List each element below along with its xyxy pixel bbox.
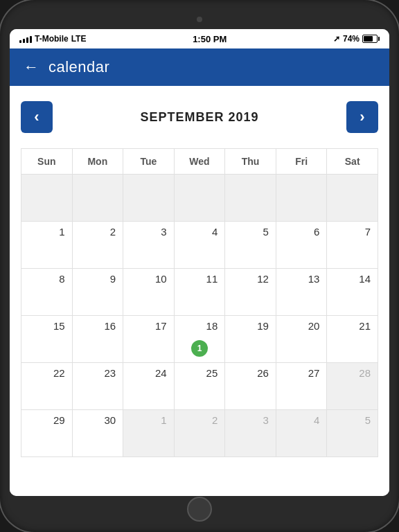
calendar-day-cell[interactable]: 23 [72, 363, 123, 410]
calendar-day-cell[interactable]: 4 [276, 410, 327, 457]
calendar-day-cell[interactable]: 29 [21, 410, 73, 457]
event-badge: 1 [191, 340, 208, 357]
calendar-day-cell[interactable] [276, 175, 327, 222]
calendar-day-cell[interactable]: 13 [276, 269, 327, 316]
day-number: 2 [212, 414, 218, 426]
day-number: 3 [263, 414, 268, 426]
home-button[interactable] [187, 497, 212, 522]
calendar-day-cell[interactable]: 20 [276, 316, 327, 363]
device-top [10, 12, 389, 26]
calendar-day-cell[interactable]: 1 [123, 410, 175, 457]
calendar-day-cell[interactable]: 25 [174, 363, 225, 410]
prev-month-button[interactable]: ‹ [21, 101, 53, 133]
day-number: 15 [53, 320, 65, 332]
day-number: 14 [359, 273, 371, 285]
nav-bar: ← calendar [10, 48, 389, 86]
calendar-day-cell[interactable]: 30 [72, 410, 123, 457]
calendar-day-cell[interactable]: 14 [327, 269, 378, 316]
calendar-week-row [21, 175, 378, 222]
battery-icon [362, 35, 380, 43]
screen: T-Mobile LTE 1:50 PM ➚ 74% ← calendar [10, 29, 389, 496]
day-number: 26 [257, 367, 269, 379]
carrier-label: T-Mobile [35, 34, 69, 44]
calendar-day-cell[interactable]: 12 [225, 269, 276, 316]
calendar-day-cell[interactable]: 2 [174, 410, 225, 457]
day-number: 1 [59, 226, 64, 238]
calendar-day-cell[interactable] [225, 175, 276, 222]
day-number: 30 [104, 414, 116, 426]
calendar-day-cell[interactable] [21, 175, 73, 222]
calendar-day-cell[interactable]: 16 [72, 316, 123, 363]
calendar-day-cell[interactable] [123, 175, 175, 222]
day-number: 9 [110, 273, 116, 285]
calendar-day-cell[interactable]: 15 [21, 316, 73, 363]
calendar-day-cell[interactable]: 4 [174, 222, 225, 269]
day-number: 2 [110, 226, 116, 238]
day-number: 17 [155, 320, 167, 332]
calendar-week-row: 1234567 [21, 222, 378, 269]
day-number: 24 [155, 367, 167, 379]
calendar-week-row: 151617181192021 [21, 316, 378, 363]
day-number: 18 [206, 320, 218, 332]
day-number: 6 [314, 226, 319, 238]
day-number: 5 [365, 414, 371, 426]
calendar-day-cell[interactable]: 17 [123, 316, 175, 363]
next-month-button[interactable]: › [346, 101, 378, 133]
calendar-day-cell[interactable]: 5 [327, 410, 378, 457]
calendar-day-cell[interactable]: 27 [276, 363, 327, 410]
network-type-label: LTE [71, 34, 87, 44]
calendar-container: ‹ SEPTEMBER 2019 › Sun Mon Tue Wed Thu F… [10, 86, 389, 496]
calendar-day-cell[interactable]: 11 [174, 269, 225, 316]
day-number: 8 [59, 273, 64, 285]
back-button[interactable]: ← [24, 60, 39, 75]
calendar-day-cell[interactable]: 5 [225, 222, 276, 269]
calendar-day-cell[interactable]: 7 [327, 222, 378, 269]
calendar-day-cell[interactable]: 181 [174, 316, 225, 363]
calendar-week-row: 891011121314 [21, 269, 378, 316]
calendar-day-cell[interactable]: 19 [225, 316, 276, 363]
day-number: 11 [206, 273, 218, 285]
day-number: 3 [161, 226, 166, 238]
calendar-day-cell[interactable]: 8 [21, 269, 73, 316]
status-bar: T-Mobile LTE 1:50 PM ➚ 74% [10, 29, 389, 48]
day-number: 1 [161, 414, 166, 426]
day-number: 29 [53, 414, 65, 426]
calendar-day-cell[interactable]: 6 [276, 222, 327, 269]
device: T-Mobile LTE 1:50 PM ➚ 74% ← calendar [0, 0, 399, 532]
status-left: T-Mobile LTE [19, 34, 86, 44]
calendar-day-cell[interactable] [174, 175, 225, 222]
calendar-day-cell[interactable]: 3 [123, 222, 175, 269]
calendar-day-cell[interactable]: 9 [72, 269, 123, 316]
status-right: ➚ 74% [333, 34, 380, 44]
calendar-week-row: 22232425262728 [21, 363, 378, 410]
calendar-day-cell[interactable] [72, 175, 123, 222]
day-number: 21 [359, 320, 371, 332]
calendar-day-cell[interactable]: 24 [123, 363, 175, 410]
day-number: 4 [212, 226, 218, 238]
calendar-grid: Sun Mon Tue Wed Thu Fri Sat 123456789101… [21, 148, 378, 457]
calendar-day-cell[interactable]: 2 [72, 222, 123, 269]
day-number: 5 [263, 226, 268, 238]
calendar-day-cell[interactable]: 21 [327, 316, 378, 363]
day-number: 12 [257, 273, 269, 285]
calendar-day-cell[interactable]: 1 [21, 222, 73, 269]
day-number: 19 [257, 320, 269, 332]
weekday-header-row: Sun Mon Tue Wed Thu Fri Sat [21, 149, 378, 175]
location-icon: ➚ [333, 34, 340, 44]
weekday-sun: Sun [21, 149, 73, 175]
calendar-day-cell[interactable]: 10 [123, 269, 175, 316]
day-number: 13 [308, 273, 320, 285]
status-time: 1:50 PM [193, 34, 227, 44]
day-number: 22 [53, 367, 65, 379]
calendar-day-cell[interactable]: 28 [327, 363, 378, 410]
calendar-day-cell[interactable] [327, 175, 378, 222]
calendar-day-cell[interactable]: 22 [21, 363, 73, 410]
weekday-wed: Wed [174, 149, 225, 175]
day-number: 25 [206, 367, 218, 379]
calendar-day-cell[interactable]: 3 [225, 410, 276, 457]
battery-percent-label: 74% [343, 34, 360, 44]
weekday-mon: Mon [72, 149, 123, 175]
day-number: 27 [308, 367, 320, 379]
calendar-header: ‹ SEPTEMBER 2019 › [21, 97, 378, 137]
calendar-day-cell[interactable]: 26 [225, 363, 276, 410]
